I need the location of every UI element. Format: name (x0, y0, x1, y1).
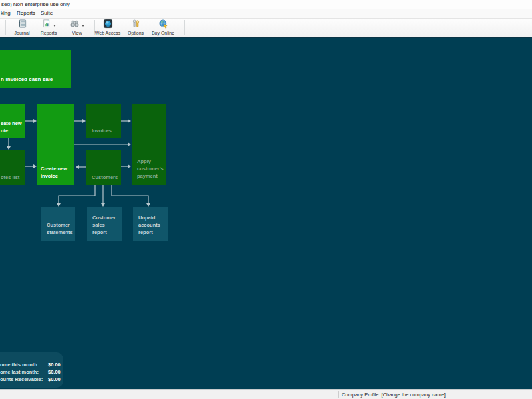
status-bar-separator (338, 391, 339, 398)
menu-bar: king Reports Suite (0, 9, 532, 19)
flow-node-non-invoiced-cash-sale[interactable]: n-invoiced cash sale (0, 50, 71, 88)
summary-value: $0.00 (48, 369, 61, 375)
flow-node-customer-sales-report[interactable]: Customer sales report (87, 207, 122, 241)
view-icon (70, 19, 80, 31)
flow-node-quotes-list[interactable]: otes list (0, 150, 25, 185)
flow-node-invoices[interactable]: Invoices (86, 104, 121, 138)
summary-row-income-last-month: ome last month: $0.00 (0, 369, 93, 376)
menu-item-suite[interactable]: Suite (41, 10, 53, 16)
web-access-label: Web Access (95, 31, 120, 36)
web-access-icon (103, 19, 113, 31)
toolbar: Journal Reports (0, 19, 532, 38)
web-access-button[interactable]: Web Access (92, 19, 124, 37)
node-label: Invoices (92, 128, 112, 135)
options-button[interactable]: Options (122, 19, 149, 37)
buy-online-button[interactable]: Buy Online (148, 19, 178, 37)
view-label: View (72, 31, 82, 36)
summary-label: ounts Receivable: (0, 376, 43, 382)
reports-dropdown-arrow-icon[interactable] (53, 25, 56, 27)
journal-icon (17, 19, 27, 31)
status-bar: Company Profile: [Change the company nam… (0, 389, 532, 399)
flow-node-customer-statements[interactable]: Customer statements (41, 207, 75, 241)
flow-node-create-new-quote[interactable]: eate new ote (0, 104, 25, 138)
summary-value: $0.00 (48, 362, 61, 368)
summary-value: $0.00 (48, 376, 61, 382)
node-label: n-invoiced cash sale (1, 76, 53, 84)
reports-button[interactable]: Reports (35, 19, 63, 37)
node-label: Customer sales report (92, 215, 116, 237)
buy-online-icon (158, 19, 168, 31)
view-dropdown-arrow-icon[interactable] (82, 25, 84, 27)
node-label: Create new invoice (41, 166, 67, 180)
flow-node-apply-customers-payment[interactable]: Apply customer's payment (132, 104, 166, 185)
node-label: eate new ote (1, 120, 22, 135)
title-bar: sed) Non-enterprise use only (0, 0, 532, 9)
flow-node-unpaid-accounts-report[interactable]: Unpaid accounts report (133, 207, 168, 241)
flow-node-create-new-invoice[interactable]: Create new invoice (37, 104, 74, 185)
workflow-canvas (0, 37, 532, 390)
toolbar-separator (5, 20, 6, 35)
journal-label: Journal (15, 31, 30, 36)
window-title: sed) Non-enterprise use only (1, 1, 70, 7)
node-label: Customers (92, 174, 118, 182)
journal-button[interactable]: Journal (9, 19, 35, 37)
toolbar-separator (184, 20, 185, 35)
view-button[interactable]: View (65, 19, 90, 37)
summary-row-income-this-month: ome this month: $0.00 (0, 362, 93, 369)
summary-row-accounts-receivable: ounts Receivable: $0.00 (0, 376, 93, 384)
company-profile-status-link[interactable]: Company Profile: [Change the company nam… (342, 392, 446, 398)
reports-label: Reports (41, 31, 57, 36)
node-label: Apply customer's payment (137, 158, 164, 180)
menu-item-reports[interactable]: Reports (17, 10, 35, 16)
summary-label: ome this month: (0, 362, 39, 368)
buy-online-label: Buy Online (152, 31, 174, 36)
node-label: Unpaid accounts report (138, 215, 160, 237)
options-icon (131, 19, 141, 31)
app-window: sed) Non-enterprise use only king Report… (0, 0, 532, 399)
summary-label: ome last month: (0, 369, 39, 375)
node-label: Customer statements (47, 222, 73, 237)
reports-icon (41, 19, 51, 31)
options-label: Options (128, 31, 144, 36)
node-label: otes list (1, 174, 19, 182)
menu-item-banking[interactable]: king (1, 10, 11, 16)
flow-node-customers[interactable]: Customers (86, 150, 121, 185)
